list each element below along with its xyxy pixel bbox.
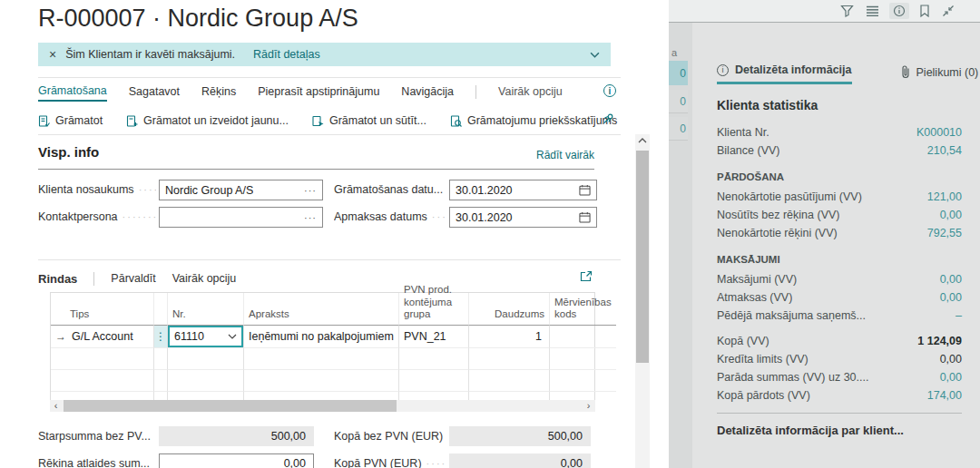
post-and-new-button[interactable]: Grāmatot un izveidot jaunu... xyxy=(126,114,289,127)
factbox-row: Bilance (VV) 210,54 xyxy=(717,141,962,160)
factbox-tabs: i Detalizēta informācija Pielikumi (0) xyxy=(717,63,962,84)
dropdown-chevron-icon[interactable] xyxy=(228,334,237,339)
calendar-icon[interactable] xyxy=(579,184,591,196)
notification-close-icon[interactable]: × xyxy=(49,47,56,62)
background-cell: 0 xyxy=(669,117,688,141)
info-circle-icon[interactable]: i xyxy=(603,84,616,97)
tab-attachments[interactable]: Pielikumi (0) xyxy=(901,65,979,84)
vertical-scrollbar[interactable] xyxy=(635,134,650,468)
factbox-divider xyxy=(717,413,962,414)
focus-mode-icon[interactable] xyxy=(580,270,593,282)
factbox-row: Kopā pārdots (VV) 174,00 xyxy=(717,386,962,405)
col-header-daudzums[interactable]: Daudzums xyxy=(469,293,550,326)
scroll-up-icon[interactable] xyxy=(638,138,647,143)
factbox-row: Maksājumi (VV) 0,00 xyxy=(717,270,962,288)
tab-navigacija[interactable]: Navigācija xyxy=(401,83,454,101)
row-options-icon[interactable]: ⋮ xyxy=(154,326,168,348)
calendar-icon[interactable] xyxy=(579,211,591,223)
factbox-row: Nenokārtotie rēķini (VV) 792,55 xyxy=(717,224,962,242)
lines-heading: Rindas xyxy=(38,272,77,286)
col-header-apraksts[interactable]: Apraksts xyxy=(244,293,399,326)
invoice-card-dialog: R-000007 · Nordic Group A/S × Šim Klient… xyxy=(0,0,669,468)
line-quantity-cell[interactable]: 1 xyxy=(469,326,550,348)
col-header-nr[interactable]: Nr. xyxy=(168,293,244,326)
posting-preview-button[interactable]: Grāmatojumu priekšskatījums xyxy=(450,114,617,127)
line-type-cell[interactable]: → G/L Account xyxy=(51,326,154,348)
info-circle-icon: i xyxy=(717,64,729,76)
post-button[interactable]: Grāmatot xyxy=(38,114,103,127)
posting-preview-icon xyxy=(450,115,462,127)
pin-icon[interactable] xyxy=(602,112,615,126)
view-options-icon xyxy=(864,5,881,17)
factbox-row: Nosūtīts bez rēķina (VV) 0,00 xyxy=(717,206,962,224)
empty-cell xyxy=(51,348,154,370)
notification-bar: × Šim Klientam ir kavēti maksājumi. Rādī… xyxy=(38,43,611,66)
factbox-info-icon xyxy=(889,3,909,19)
page-title: R-000007 · Nordic Group A/S xyxy=(38,5,358,33)
notification-chevron-down-icon[interactable] xyxy=(590,52,600,58)
post-icon xyxy=(38,115,50,127)
vertical-scrollbar-thumb[interactable] xyxy=(636,151,649,363)
col-header-spacer xyxy=(154,293,168,326)
scroll-right-icon[interactable]: › xyxy=(583,400,594,412)
total-vat-label: Kopā PVN (EUR) xyxy=(334,457,446,468)
post-and-send-button[interactable]: Grāmatot un sūtīt... xyxy=(312,114,426,127)
post-and-new-icon xyxy=(126,115,138,127)
col-header-mervienibas-kods[interactable]: Mērvienības kods xyxy=(550,293,616,326)
post-and-send-icon xyxy=(312,115,324,127)
background-selected-cell: 0 xyxy=(669,61,688,85)
factbox-row: Atmaksas (VV) 0,00 xyxy=(717,288,962,307)
notification-show-details-link[interactable]: Rādīt detaļas xyxy=(253,48,320,61)
horizontal-scrollbar-thumb[interactable] xyxy=(64,400,397,412)
promoted-actions-bar: Grāmatot Grāmatot un izveidot jaunu... G… xyxy=(38,110,617,132)
invoice-discount-label: Rēķina atlaides sum... xyxy=(38,457,156,468)
customer-no-label: Klienta Nr. xyxy=(717,126,769,139)
balance-link[interactable]: 210,54 xyxy=(927,144,962,157)
sales-section-title: PĀRDOŠANA xyxy=(717,171,962,188)
tab-rekins[interactable]: Rēķins xyxy=(201,83,236,101)
col-header-tips[interactable]: Tips xyxy=(51,293,154,326)
manage-menu-button[interactable]: Pārvaldīt xyxy=(111,272,155,285)
subtotal-label: Starpsumma bez PV... xyxy=(38,430,156,443)
posting-date-label: Grāmatošanas datu... xyxy=(334,183,446,196)
due-date-field[interactable]: 30.01.2020 xyxy=(449,207,597,228)
customer-name-field[interactable]: Nordic Group A/S ··· xyxy=(159,180,323,200)
horizontal-scrollbar[interactable]: ‹ › xyxy=(50,400,595,412)
section-divider xyxy=(38,169,594,170)
divider xyxy=(38,134,621,135)
general-section-heading: Visp. info xyxy=(38,144,99,160)
line-vat-group-cell[interactable]: PVN_21 xyxy=(399,326,469,348)
empty-cell xyxy=(51,392,154,400)
scroll-left-icon[interactable]: ‹ xyxy=(50,400,62,412)
tab-pieprasit-apstiprinajumu[interactable]: Pieprasīt apstiprinājumu xyxy=(258,83,379,101)
posting-date-field[interactable]: 30.01.2020 xyxy=(449,180,597,200)
tab-detailed-information[interactable]: i Detalizēta informācija xyxy=(717,63,852,84)
customer-no-link[interactable]: K000010 xyxy=(916,126,962,139)
factbox-heading: Klienta statistika xyxy=(717,98,962,112)
lines-table: Tips Nr. Apraksts PVN prod. kontējuma gr… xyxy=(50,292,595,400)
tab-sagatavot[interactable]: Sagatavot xyxy=(129,83,180,101)
factbox-row: Kopā (VV) 1 124,09 xyxy=(717,332,962,350)
total-vat-field: 0,00 xyxy=(449,453,591,468)
factbox-row: Klienta Nr. K000010 xyxy=(717,123,962,141)
factbox-row: Kredīta limits (VV) 0,00 xyxy=(717,350,962,368)
contact-field[interactable]: ··· xyxy=(159,207,323,228)
more-options-button[interactable]: Vairāk opciju xyxy=(498,85,563,98)
bookmark-icon xyxy=(917,4,932,18)
line-description-cell[interactable]: Ieņēmumi no pakalpojumiem xyxy=(244,326,399,348)
assist-edit-icon[interactable]: ··· xyxy=(304,185,317,196)
col-header-pvn-grupa[interactable]: PVN prod. kontējuma grupa xyxy=(399,293,469,326)
show-more-link[interactable]: Rādīt vairāk xyxy=(536,149,594,161)
background-column-header-fragment: a xyxy=(671,47,677,58)
total-excl-vat-label: Kopā bez PVN (EUR) xyxy=(334,430,446,443)
invoice-discount-field[interactable]: 0,00 xyxy=(159,453,314,468)
contact-label: Kontaktpersona xyxy=(38,210,156,223)
menu-separator xyxy=(475,85,476,99)
line-unit-cell[interactable] xyxy=(550,326,616,348)
line-no-cell[interactable]: 61110 xyxy=(168,326,244,348)
tab-gramatosana[interactable]: Grāmatošana xyxy=(38,82,107,102)
collapse-icon xyxy=(940,4,956,18)
current-row-arrow-icon: → xyxy=(55,330,66,343)
lines-more-options-button[interactable]: Vairāk opciju xyxy=(172,272,237,285)
assist-edit-icon[interactable]: ··· xyxy=(304,212,317,223)
